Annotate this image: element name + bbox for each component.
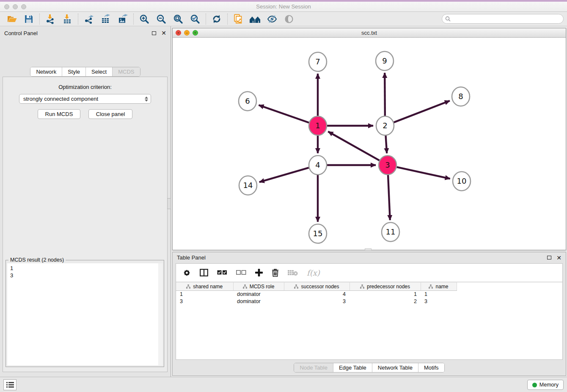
search-box[interactable]: [442, 14, 564, 24]
export-table-icon[interactable]: [97, 13, 114, 25]
zoom-selected-icon[interactable]: [187, 13, 204, 25]
hide-selected-icon[interactable]: [264, 13, 281, 25]
table-panel: Table Panel ✕ f(x) shared nameMCDS roles…: [172, 252, 566, 376]
column-header-shared-name[interactable]: shared name: [176, 282, 233, 291]
graph-edge-2-3[interactable]: [385, 135, 387, 153]
create-column-plus-icon[interactable]: [255, 269, 263, 276]
mcds-result-textarea[interactable]: 1 3: [7, 263, 162, 365]
table-cell[interactable]: 3: [284, 298, 350, 305]
search-input[interactable]: [451, 15, 563, 23]
result-scrollbar[interactable]: [158, 263, 162, 365]
table-cell[interactable]: 2: [350, 298, 421, 305]
network-close-icon[interactable]: ✕: [176, 30, 181, 36]
table-row[interactable]: 3dominator323: [176, 298, 562, 305]
graph-node-7[interactable]: 7: [309, 52, 327, 72]
toolbar-separator: [133, 14, 134, 25]
tab-motifs[interactable]: Motifs: [418, 363, 444, 372]
tab-style[interactable]: Style: [62, 67, 85, 76]
graph-node-3[interactable]: 3: [379, 156, 396, 175]
graph-node-4[interactable]: 4: [309, 156, 327, 175]
close-panel-icon[interactable]: ✕: [161, 30, 166, 36]
task-history-button[interactable]: [3, 379, 17, 390]
graph-edge-2-8[interactable]: [394, 101, 450, 122]
graph-edge-4-14[interactable]: [259, 168, 309, 182]
network-window-title: scc.txt: [173, 28, 566, 37]
tab-network[interactable]: Network: [30, 67, 62, 76]
network-graph[interactable]: 7968124314101511: [173, 38, 566, 250]
export-image-icon[interactable]: [114, 13, 131, 25]
duplicate-network-icon[interactable]: [230, 13, 247, 25]
function-builder-icon[interactable]: f(x): [307, 268, 320, 277]
graph-node-11[interactable]: 11: [382, 223, 399, 242]
split-pane-handle-vertical[interactable]: [167, 198, 171, 209]
graph-node-9[interactable]: 9: [376, 52, 394, 71]
graph-node-6[interactable]: 6: [239, 92, 256, 111]
apply-layout-icon[interactable]: [208, 13, 225, 25]
network-canvas[interactable]: 7968124314101511: [173, 38, 566, 250]
zoom-out-icon[interactable]: [153, 13, 170, 25]
graph-node-15[interactable]: 15: [309, 224, 327, 243]
tab-mcds[interactable]: MCDS: [112, 67, 140, 76]
zoom-in-icon[interactable]: [136, 13, 153, 25]
graph-node-1[interactable]: 1: [309, 116, 327, 135]
mcds-result-values: 1 3: [7, 263, 162, 280]
graph-node-10[interactable]: 10: [453, 172, 471, 191]
graph-edge-3-1[interactable]: [328, 132, 379, 160]
tab-node-table[interactable]: Node Table: [294, 363, 333, 372]
first-neighbors-icon[interactable]: [247, 13, 264, 25]
table-cell[interactable]: 3: [421, 298, 457, 305]
network-minimize-icon[interactable]: −: [184, 30, 190, 36]
table-cell[interactable]: dominator: [233, 298, 284, 305]
unselect-all-columns-icon[interactable]: [236, 270, 246, 275]
graph-edges[interactable]: [259, 73, 450, 222]
show-all-icon[interactable]: [281, 13, 297, 25]
save-session-icon[interactable]: [20, 13, 37, 25]
table-panel-tabs: Node Table Edge Table Network Table Moti…: [173, 363, 566, 373]
column-header-successor-nodes[interactable]: successor nodes: [284, 282, 350, 291]
graph-edge-3-11[interactable]: [388, 174, 390, 220]
table-cell[interactable]: 1: [350, 291, 421, 298]
table-row[interactable]: 1dominator411: [176, 291, 562, 298]
table-cell[interactable]: 1: [176, 291, 233, 298]
select-all-columns-icon[interactable]: [217, 270, 227, 275]
column-header-predecessor-nodes[interactable]: predecessor nodes: [350, 282, 421, 291]
column-header-name[interactable]: name: [421, 282, 457, 291]
network-maximize-icon[interactable]: +: [193, 30, 198, 36]
graph-node-label: 3: [385, 160, 390, 169]
column-header-MCDS-role[interactable]: MCDS role: [233, 282, 284, 291]
graph-node-14[interactable]: 14: [239, 176, 257, 195]
table-cell[interactable]: 3: [176, 298, 233, 305]
column-type-icon: [243, 284, 247, 289]
criterion-dropdown[interactable]: strongly connected component: [19, 94, 151, 104]
graph-node-8[interactable]: 8: [452, 87, 470, 106]
graph-node-2[interactable]: 2: [376, 116, 394, 135]
table-cell[interactable]: 4: [284, 291, 350, 298]
graph-edge-3-10[interactable]: [396, 167, 450, 179]
zoom-fit-icon[interactable]: [170, 13, 187, 25]
column-type-icon: [429, 284, 433, 289]
table-cell[interactable]: 1: [421, 291, 457, 298]
split-pane-handle-horizontal[interactable]: [365, 248, 372, 251]
import-table-icon[interactable]: [59, 13, 76, 25]
tab-network-table[interactable]: Network Table: [372, 363, 418, 372]
tab-edge-table[interactable]: Edge Table: [333, 363, 372, 372]
export-network-icon[interactable]: [80, 13, 97, 25]
memory-button[interactable]: Memory: [527, 380, 564, 390]
network-window-titlebar[interactable]: ✕ − + scc.txt: [173, 28, 566, 38]
float-panel-icon[interactable]: [152, 31, 156, 35]
delete-table-icon[interactable]: [288, 269, 298, 276]
delete-column-trash-icon[interactable]: [272, 269, 279, 277]
table-cell[interactable]: dominator: [233, 291, 284, 298]
run-mcds-button[interactable]: Run MCDS: [38, 109, 81, 119]
import-network-icon[interactable]: [42, 13, 59, 25]
graph-edge-1-6[interactable]: [259, 105, 309, 123]
table-settings-gear-icon[interactable]: [183, 269, 191, 277]
close-panel-button[interactable]: Close panel: [88, 109, 133, 119]
float-table-panel-icon[interactable]: [547, 256, 551, 259]
open-file-icon[interactable]: [3, 13, 20, 25]
show-column-panel-icon[interactable]: [200, 269, 208, 276]
tab-select[interactable]: Select: [85, 67, 112, 76]
close-table-panel-icon[interactable]: ✕: [556, 255, 561, 261]
graph-edge-2-9[interactable]: [385, 73, 385, 116]
mcds-result-groupbox: MCDS result (2 nodes) 1 3: [6, 260, 164, 367]
